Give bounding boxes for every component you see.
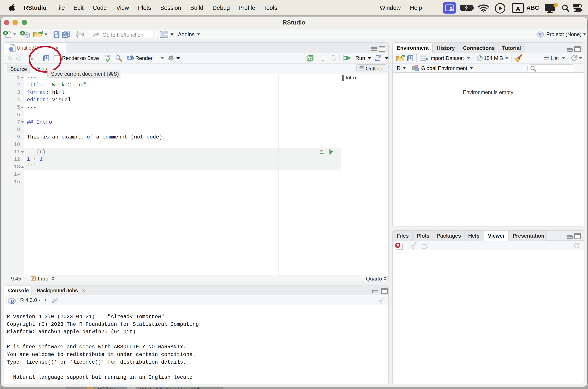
svg-text:C: C bbox=[309, 56, 312, 61]
svg-text:R: R bbox=[10, 298, 15, 305]
svg-text:ABC: ABC bbox=[105, 55, 111, 58]
svg-text:R: R bbox=[539, 32, 541, 35]
svg-text:R: R bbox=[25, 32, 28, 36]
